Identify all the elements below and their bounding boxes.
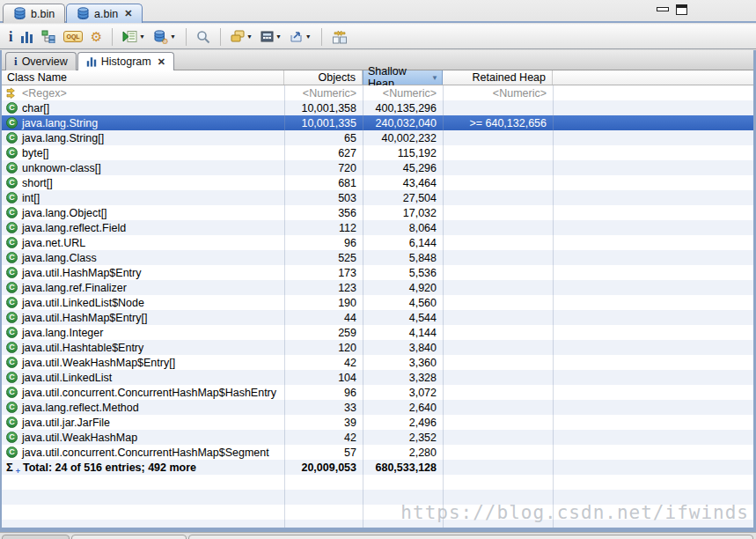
column-header-shallow-heap[interactable]: Shallow Heap ▼ bbox=[363, 70, 443, 85]
table-row[interactable]: C java.util.HashMap$Entry[] 44 4,544 bbox=[2, 310, 753, 325]
heap-dump-icon bbox=[77, 7, 90, 20]
objects-cell: 173 bbox=[284, 265, 363, 280]
row-filler bbox=[553, 220, 753, 235]
run-report-button[interactable]: ▼ bbox=[121, 27, 146, 47]
class-name-label: java.lang.reflect.Method bbox=[22, 402, 139, 414]
class-name-cell: C java.util.jar.JarFile bbox=[2, 415, 284, 430]
class-name-label: java.lang.Class bbox=[22, 252, 97, 264]
close-icon[interactable]: ✕ bbox=[122, 9, 132, 18]
class-name-cell: C unknown-class[] bbox=[2, 160, 284, 175]
class-name-label: java.util.HashMap$Entry[] bbox=[22, 312, 147, 324]
class-name-label: java.util.WeakHashMap$Entry[] bbox=[22, 357, 175, 369]
class-name-cell: C java.lang.reflect.Method bbox=[2, 400, 284, 415]
class-icon: C bbox=[6, 162, 18, 174]
dominator-tree-button[interactable] bbox=[40, 27, 56, 47]
tab-overview[interactable]: i Overview bbox=[5, 52, 77, 70]
table-row[interactable]: C java.lang.reflect.Method 33 2,640 bbox=[2, 400, 753, 415]
total-retained-heap-cell bbox=[443, 460, 553, 475]
table-row[interactable]: C unknown-class[] 720 45,296 bbox=[2, 160, 753, 175]
table-row[interactable]: C java.lang.String 10,001,335 240,032,04… bbox=[2, 115, 753, 130]
retained-heap-cell bbox=[443, 190, 553, 205]
dropdown-arrow-icon[interactable]: ▼ bbox=[305, 33, 312, 40]
retained-heap-cell bbox=[443, 430, 553, 445]
export-icon bbox=[290, 30, 304, 43]
table-row[interactable]: C java.net.URL 96 6,144 bbox=[2, 235, 753, 250]
dropdown-arrow-icon[interactable]: ▼ bbox=[139, 33, 145, 40]
table-row[interactable]: C java.util.HashMap$Entry 173 5,536 bbox=[2, 265, 753, 280]
column-header-class-name[interactable]: Class Name bbox=[2, 70, 284, 85]
numeric-filter-cell[interactable]: <Numeric> bbox=[284, 85, 363, 100]
compare-icon bbox=[332, 30, 348, 44]
column-header-retained-heap[interactable]: Retained Heap bbox=[443, 70, 553, 85]
thread-overview-button[interactable]: ⚙ bbox=[90, 27, 103, 47]
column-header-objects[interactable]: Objects bbox=[284, 70, 363, 85]
oql-button[interactable]: OQL bbox=[62, 27, 83, 47]
table-row[interactable]: C java.util.WeakHashMap$Entry[] 42 3,360 bbox=[2, 355, 753, 370]
table-row[interactable]: C java.lang.ref.Finalizer 123 4,920 bbox=[2, 280, 753, 295]
row-filler bbox=[553, 445, 753, 460]
retained-heap-cell bbox=[443, 160, 553, 175]
group-by-icon bbox=[231, 30, 245, 43]
search-button[interactable] bbox=[195, 27, 211, 47]
class-name-cell: C java.util.LinkedList bbox=[2, 370, 284, 385]
row-filler bbox=[553, 325, 753, 340]
dropdown-arrow-icon[interactable]: ▼ bbox=[170, 33, 176, 40]
table-row[interactable]: C java.util.jar.JarFile 39 2,496 bbox=[2, 415, 753, 430]
editor-tab-a-bin[interactable]: a.bin ✕ bbox=[66, 4, 143, 23]
tab-histogram[interactable]: Histogram ✕ bbox=[77, 52, 174, 70]
filter-arrows-icon bbox=[6, 87, 18, 99]
export-button[interactable]: ▼ bbox=[289, 27, 312, 47]
info-button[interactable]: i bbox=[8, 27, 13, 47]
table-row[interactable]: C java.lang.Class 525 5,848 bbox=[2, 250, 753, 265]
objects-cell: 44 bbox=[284, 310, 363, 325]
table-row[interactable]: C java.util.LinkedList 104 3,328 bbox=[2, 370, 753, 385]
class-name-label: java.util.WeakHashMap bbox=[22, 432, 137, 444]
regex-filter-cell[interactable]: <Regex> bbox=[2, 85, 284, 100]
heap-dump-actions-button[interactable]: ⚙ ▼ bbox=[152, 27, 177, 47]
class-icon: C bbox=[6, 177, 18, 188]
objects-cell: 57 bbox=[284, 445, 363, 460]
table-row[interactable]: C java.util.concurrent.ConcurrentHashMap… bbox=[2, 385, 753, 400]
table-row[interactable]: C java.lang.String[] 65 40,002,232 bbox=[2, 130, 753, 145]
numeric-filter-cell[interactable]: <Numeric> bbox=[363, 85, 443, 100]
shallow-heap-cell: 40,002,232 bbox=[363, 130, 443, 145]
heap-dump-gear-icon: ⚙ bbox=[153, 30, 168, 44]
table-row[interactable]: C java.lang.Integer 259 4,144 bbox=[2, 325, 753, 340]
maximize-icon[interactable] bbox=[676, 4, 687, 15]
histogram-button[interactable] bbox=[19, 27, 34, 47]
close-icon[interactable]: ✕ bbox=[156, 57, 165, 67]
class-icon: C bbox=[6, 267, 18, 278]
table-row[interactable]: C java.lang.reflect.Field 112 8,064 bbox=[2, 220, 753, 235]
histogram-icon bbox=[86, 56, 97, 67]
view-tab-label: Overview bbox=[22, 55, 68, 68]
table-row[interactable]: C java.lang.Object[] 356 17,032 bbox=[2, 205, 753, 220]
row-filler bbox=[553, 205, 753, 220]
class-icon: C bbox=[6, 207, 18, 218]
class-name-label: java.lang.String[] bbox=[22, 132, 104, 144]
compare-button[interactable] bbox=[331, 27, 349, 47]
row-filler bbox=[553, 415, 753, 430]
objects-cell: 525 bbox=[284, 250, 363, 265]
info-icon: i bbox=[9, 29, 12, 45]
dominator-tree-icon bbox=[41, 30, 55, 43]
numeric-filter-cell[interactable]: <Numeric> bbox=[443, 85, 553, 100]
dropdown-arrow-icon[interactable]: ▼ bbox=[275, 33, 282, 40]
calculator-button[interactable]: ▼ bbox=[260, 27, 283, 47]
table-row[interactable]: C java.util.LinkedList$Node 190 4,560 bbox=[2, 295, 753, 310]
editor-tab-b-bin[interactable]: b.bin bbox=[3, 4, 65, 23]
objects-cell: 42 bbox=[284, 355, 363, 370]
shallow-heap-cell: 6,144 bbox=[363, 235, 443, 250]
shallow-heap-cell: 2,352 bbox=[363, 430, 443, 445]
minimize-icon[interactable] bbox=[657, 7, 669, 11]
table-row[interactable]: C byte[] 627 115,192 bbox=[2, 145, 753, 160]
table-row[interactable]: C java.util.WeakHashMap 42 2,352 bbox=[2, 430, 753, 445]
table-row[interactable]: C int[] 503 27,504 bbox=[2, 190, 753, 205]
table-row[interactable]: C short[] 681 43,464 bbox=[2, 175, 753, 190]
dropdown-arrow-icon[interactable]: ▼ bbox=[246, 33, 253, 40]
table-row[interactable]: C char[] 10,001,358 400,135,296 bbox=[2, 100, 753, 115]
group-by-button[interactable]: ▼ bbox=[230, 27, 253, 47]
search-icon bbox=[196, 30, 210, 44]
table-row[interactable]: C java.util.Hashtable$Entry 120 3,840 bbox=[2, 340, 753, 355]
table-row[interactable]: C java.util.concurrent.ConcurrentHashMap… bbox=[2, 445, 753, 460]
row-filler bbox=[553, 295, 753, 310]
